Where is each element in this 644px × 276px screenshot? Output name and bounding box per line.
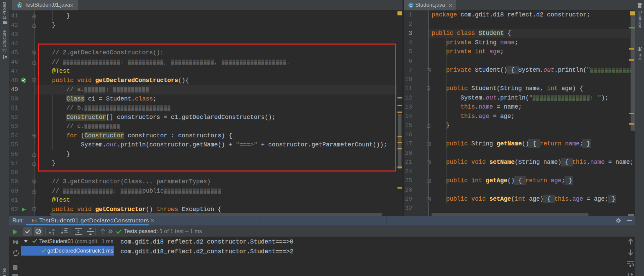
svg-text:z: z (52, 231, 54, 235)
svg-text:9: 9 (16, 239, 18, 245)
svg-text:C: C (410, 3, 412, 7)
